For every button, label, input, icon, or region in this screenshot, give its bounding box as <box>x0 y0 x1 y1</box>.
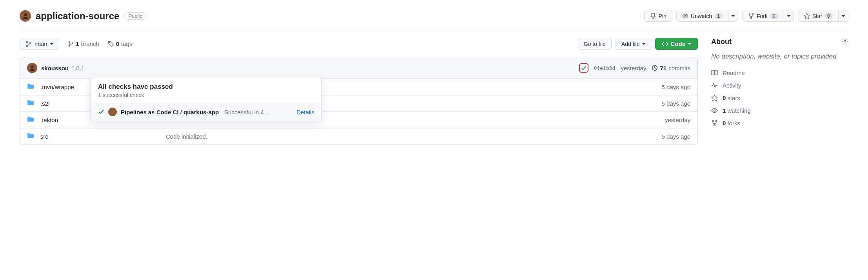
file-age: 5 days ago <box>636 100 690 107</box>
file-link[interactable]: src <box>40 133 48 140</box>
commit-sha[interactable]: 0fe1b3d <box>594 65 616 71</box>
file-box: skoussou 1.0.1 0fe1b3d yesterday 71 comm… <box>20 57 698 145</box>
svg-point-16 <box>712 120 714 121</box>
chevron-down-icon <box>732 15 735 17</box>
add-file-button[interactable]: Add file <box>616 38 651 50</box>
file-nav: main 1 branch 0 tags Go to file Add file <box>20 38 698 50</box>
branch-select[interactable]: main <box>20 38 59 50</box>
pin-button[interactable]: Pin <box>644 11 672 22</box>
commit-message[interactable]: 1.0.1 <box>71 65 84 71</box>
gear-icon <box>841 38 848 45</box>
fork-icon <box>748 13 754 19</box>
svg-point-3 <box>752 13 753 15</box>
ci-app-avatar <box>108 108 117 116</box>
folder-icon <box>27 99 35 108</box>
unwatch-menu[interactable] <box>728 11 738 22</box>
checks-status-button[interactable] <box>579 63 588 73</box>
svg-point-10 <box>69 45 70 46</box>
fork-group: Fork 0 <box>742 11 794 22</box>
svg-point-11 <box>109 42 110 43</box>
pulse-icon <box>711 82 718 89</box>
owner-avatar[interactable] <box>20 10 31 22</box>
checks-popover-title: All checks have passed <box>98 83 314 91</box>
svg-point-1 <box>685 15 686 17</box>
file-age: yesterday <box>636 117 690 123</box>
svg-point-17 <box>715 120 717 121</box>
check-icon <box>98 108 104 116</box>
repo-name[interactable]: application-source <box>36 11 119 22</box>
repo-title-wrap: application-source Public <box>20 10 147 22</box>
svg-point-8 <box>69 41 70 42</box>
repo-settings-button[interactable] <box>841 38 848 46</box>
branch-icon <box>68 41 74 47</box>
svg-point-9 <box>72 42 73 43</box>
branches-link[interactable]: 1 branch <box>68 40 99 47</box>
activity-link[interactable]: Activity <box>711 82 848 89</box>
eye-icon <box>711 107 718 114</box>
svg-point-4 <box>750 17 752 18</box>
file-link[interactable]: .tekton <box>40 117 58 123</box>
branch-icon <box>25 41 32 47</box>
about-heading: About <box>711 38 732 46</box>
commit-time: yesterday <box>621 65 646 71</box>
about-description: No description, website, or topics provi… <box>711 51 848 62</box>
check-icon <box>581 65 587 71</box>
svg-point-15 <box>714 110 715 111</box>
watching-link[interactable]: 1 watching <box>711 107 848 114</box>
chevron-down-icon <box>842 15 845 17</box>
fork-menu[interactable] <box>784 11 794 22</box>
check-details-link[interactable]: Details <box>296 109 314 115</box>
watch-group: Unwatch 1 <box>676 11 738 22</box>
star-menu[interactable] <box>839 11 848 22</box>
svg-point-14 <box>844 40 846 42</box>
commits-link[interactable]: 71 commits <box>652 65 690 71</box>
star-group: Star 0 <box>798 11 848 22</box>
svg-point-0 <box>24 13 27 16</box>
check-run-name[interactable]: Pipelines as Code CI / quarkus-app <box>121 109 219 115</box>
code-button[interactable]: Code <box>655 38 698 50</box>
svg-point-7 <box>26 45 27 46</box>
stars-link[interactable]: 0 stars <box>711 95 848 101</box>
chevron-down-icon <box>787 15 790 17</box>
fork-button[interactable]: Fork 0 <box>742 11 784 22</box>
commit-author-avatar[interactable] <box>27 63 37 73</box>
svg-point-12 <box>31 66 33 68</box>
commit-author[interactable]: skoussou <box>41 65 69 71</box>
file-commit-msg[interactable]: Code initialized. <box>166 133 636 140</box>
file-age: 5 days ago <box>636 133 690 140</box>
pin-icon <box>650 13 656 19</box>
star-icon <box>804 13 810 19</box>
unwatch-button[interactable]: Unwatch 1 <box>676 11 728 22</box>
checks-popover: All checks have passed 1 successful chec… <box>91 77 322 121</box>
go-to-file-button[interactable]: Go to file <box>578 38 612 50</box>
chevron-down-icon <box>642 43 645 45</box>
latest-commit-bar: skoussou 1.0.1 0fe1b3d yesterday 71 comm… <box>20 57 697 79</box>
star-count: 0 <box>824 13 833 19</box>
visibility-badge: Public <box>124 12 146 20</box>
star-icon <box>711 95 718 101</box>
watch-count: 1 <box>714 13 723 19</box>
person-icon <box>22 13 29 20</box>
svg-point-5 <box>26 41 27 42</box>
fork-count: 0 <box>770 13 778 19</box>
star-button[interactable]: Star 0 <box>798 11 839 22</box>
svg-point-6 <box>29 42 31 43</box>
forks-link[interactable]: 0 forks <box>711 120 848 126</box>
code-icon <box>662 41 668 47</box>
file-link[interactable]: .s2i <box>40 100 49 107</box>
folder-icon <box>27 83 35 91</box>
chevron-down-icon <box>50 43 53 45</box>
person-icon <box>29 65 35 71</box>
fork-icon <box>711 120 718 126</box>
checks-popover-subtitle: 1 successful check <box>98 92 314 98</box>
check-run-status: Successful in 4… <box>224 109 270 115</box>
svg-point-18 <box>714 124 715 126</box>
book-icon <box>711 70 718 76</box>
file-row: srcCode initialized.5 days ago <box>20 128 697 145</box>
chevron-down-icon <box>688 43 691 45</box>
readme-link[interactable]: Readme <box>711 70 848 76</box>
history-icon <box>652 65 658 71</box>
repo-header: application-source Public Pin Unwatch 1 … <box>20 8 848 29</box>
tags-link[interactable]: 0 tags <box>108 40 133 47</box>
file-link[interactable]: .mvn/wrappe <box>40 84 74 90</box>
